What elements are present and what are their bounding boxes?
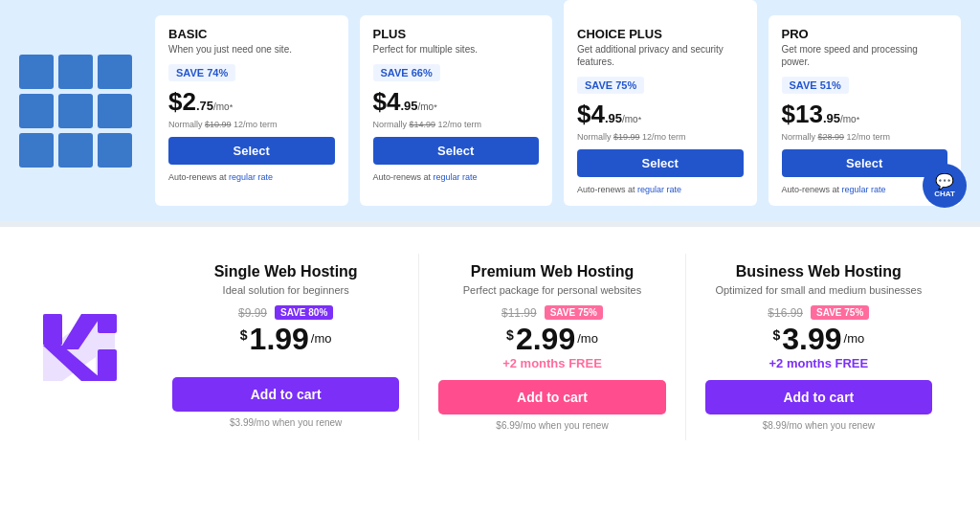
plan-pro-name: PRO [782,27,948,41]
regular-rate-link[interactable]: regular rate [229,172,273,182]
plan-choice-select[interactable]: Select [577,149,744,177]
business-plan-desc: Optimized for small and medium businesse… [705,284,932,296]
logo-cell [98,94,132,128]
plan-pro-normally: Normally $28.99 12/mo term [782,132,948,142]
single-old-price: $9.99 [238,306,267,320]
plan-plus-price: $4 .95 /mo * [373,87,540,117]
spacer [172,356,399,377]
regular-rate-link[interactable]: regular rate [434,172,478,182]
logo-cell [19,94,54,128]
business-price-main: 3.99 [782,324,841,354]
price-asterisk: * [230,102,234,112]
plan-choice-save: SAVE 75% [577,77,644,94]
plan-plus-normally: Normally $14.99 12/mo term [373,120,540,129]
premium-save-badge: SAVE 75% [545,305,603,320]
business-price: $ 3.99 /mo [705,324,932,354]
hosting-plans: Single Web Hosting Ideal solution for be… [153,254,951,440]
regular-rate-link[interactable]: regular rate [637,185,681,194]
plan-basic-desc: When you just need one site. [168,43,335,56]
business-free-months: +2 months FREE [705,356,932,370]
price-decimal: .95 [605,111,622,125]
chat-icon: 💬 [935,174,954,190]
price-per: /mo [840,114,857,124]
premium-plan-desc: Perfect package for personal websites [438,284,665,296]
business-renew-text: $8.99/mo when you renew [705,420,932,431]
price-decimal: .95 [823,111,840,125]
premium-plan-name: Premium Web Hosting [438,263,665,280]
plan-basic-auto-renew: Auto-renews at regular rate [168,172,335,182]
price-whole: $2 [168,87,196,117]
single-plan-name: Single Web Hosting [172,263,399,280]
normal-price: $14.99 [410,120,436,129]
premium-old-price-row: $11.99 SAVE 75% [438,305,665,320]
business-old-price-row: $16.99 SAVE 75% [705,305,932,320]
price-decimal: .95 [400,99,417,113]
premium-price: $ 2.99 /mo [438,324,665,354]
single-price-main: 1.99 [250,324,309,354]
price-whole: $4 [373,87,401,117]
single-add-to-cart[interactable]: Add to cart [172,377,399,412]
bottom-section: Single Web Hosting Ideal solution for be… [0,227,980,459]
bluehost-logo [19,55,132,168]
hostinger-logo-svg [38,309,124,386]
logo-cell [58,94,93,128]
plan-choice-desc: Get additional privacy and security feat… [577,43,744,68]
single-renew-text: $3.99/mo when you renew [172,417,399,428]
hostinger-logo [29,304,134,391]
price-whole: $13 [782,100,823,129]
logo-cell [98,55,132,89]
plan-basic: BASIC When you just need one site. SAVE … [155,15,348,206]
hosting-plan-business: Business Web Hosting Optimized for small… [686,254,951,440]
single-dollar: $ [240,327,248,343]
premium-price-per: /mo [577,331,598,346]
plan-choice-name: CHOICE PLUS [577,27,744,41]
premium-dollar: $ [506,327,514,343]
plans-container: BASIC When you just need one site. SAVE … [155,15,961,206]
plan-plus-select[interactable]: Select [373,137,540,165]
single-price: $ 1.99 /mo [172,324,399,354]
single-old-price-row: $9.99 SAVE 80% [172,305,399,320]
plan-pro-desc: Get more speed and processing power. [782,43,948,68]
plan-plus: PLUS Perfect for multiple sites. SAVE 66… [360,15,553,206]
premium-renew-text: $6.99/mo when you renew [438,420,665,431]
price-decimal: .75 [196,99,213,113]
business-old-price: $16.99 [768,306,803,320]
plan-pro-save: SAVE 51% [782,77,849,94]
plan-choice-price: $4 .95 /mo * [577,100,744,129]
single-plan-desc: Ideal solution for beginners [172,284,399,296]
premium-add-to-cart[interactable]: Add to cart [438,380,665,414]
price-asterisk: * [857,115,860,124]
business-dollar: $ [772,327,780,343]
plan-plus-desc: Perfect for multiple sites. [373,43,540,56]
logo-cell [58,133,93,168]
plan-plus-auto-renew: Auto-renews at regular rate [373,172,540,182]
chat-button[interactable]: 💬 CHAT [923,164,967,208]
top-section: BASIC When you just need one site. SAVE … [0,0,980,221]
single-save-badge: SAVE 80% [275,305,333,320]
plan-basic-price: $2 .75 /mo * [168,87,335,117]
regular-rate-link[interactable]: regular rate [842,185,886,194]
plan-basic-normally: Normally $10.99 12/mo term [168,120,335,129]
price-whole: $4 [577,100,605,129]
logo-cell [19,55,54,89]
premium-price-main: 2.99 [516,324,575,354]
business-save-badge: SAVE 75% [811,305,869,320]
plan-basic-select[interactable]: Select [168,137,335,165]
svg-rect-2 [98,349,117,381]
price-asterisk: * [434,102,437,112]
price-per: /mo [418,101,434,112]
price-asterisk: * [638,115,642,124]
plan-pro-select[interactable]: Select [782,149,948,177]
plan-basic-save: SAVE 74% [168,64,235,81]
logo-cell [58,55,93,89]
hosting-plan-single: Single Web Hosting Ideal solution for be… [153,254,419,440]
normal-price: $28.99 [818,132,845,142]
business-price-per: /mo [844,331,865,346]
plan-plus-save: SAVE 66% [373,64,440,81]
business-add-to-cart[interactable]: Add to cart [705,380,932,414]
plan-choice-auto-renew: Auto-renews at regular rate [577,185,744,194]
normal-price: $19.99 [613,132,640,142]
logo-cell [98,133,132,168]
hosting-plan-premium: Premium Web Hosting Perfect package for … [419,254,685,440]
chat-label: CHAT [934,190,955,198]
